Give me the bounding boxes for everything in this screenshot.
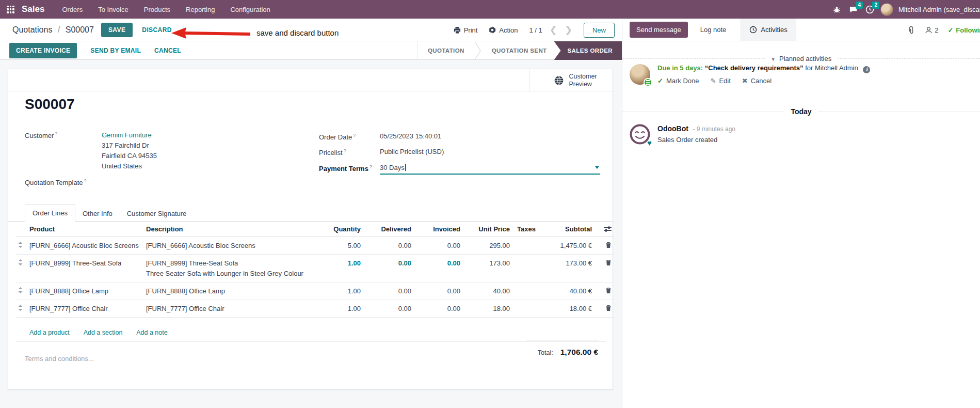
delete-row-icon[interactable]	[605, 305, 612, 311]
dropdown-caret-icon[interactable]	[595, 166, 599, 169]
payment-terms-field[interactable]: 30 Days	[380, 164, 600, 175]
optional-columns-icon[interactable]	[604, 226, 612, 232]
activities-clock-icon[interactable]: 2	[864, 4, 875, 15]
total-value: 1,706.00 €	[560, 348, 598, 357]
pager-value: 1 / 1	[529, 26, 542, 34]
customer-address: 317 Fairchild Dr Fairfield CA 94535 Unit…	[102, 142, 157, 170]
drag-handle-icon[interactable]	[18, 305, 23, 311]
tab-other-info[interactable]: Other Info	[75, 206, 120, 222]
stage-quotation-sent[interactable]: QUOTATION SENT	[481, 41, 557, 60]
apps-grid-icon[interactable]	[7, 6, 14, 13]
create-invoice-button[interactable]: CREATE INVOICE	[9, 43, 77, 58]
breadcrumb-quotations[interactable]: Quotations	[12, 25, 52, 34]
menu-orders[interactable]: Orders	[62, 6, 83, 13]
activity-due: Due in 5 days:	[657, 64, 703, 72]
cell-taxes	[512, 255, 548, 283]
user-avatar[interactable]	[880, 3, 893, 16]
info-icon[interactable]: i	[863, 66, 870, 73]
col-description[interactable]: Description	[144, 222, 319, 237]
activities-button[interactable]: Activities	[741, 19, 796, 41]
pager-previous[interactable]: ❮	[550, 25, 557, 35]
form-view-background: CustomerPreview S00007 Customer? Gemini …	[0, 60, 622, 408]
debug-bug-icon[interactable]	[831, 4, 842, 15]
send-message-button[interactable]: Send message	[630, 22, 688, 38]
attachment-paperclip-icon[interactable]	[907, 26, 915, 35]
tab-order-lines[interactable]: Order Lines	[25, 205, 75, 222]
x-icon: ✖	[742, 77, 748, 85]
drag-handle-icon[interactable]	[18, 259, 23, 265]
delete-row-icon[interactable]	[605, 259, 612, 266]
col-product[interactable]: Product	[27, 222, 144, 237]
clock-icon	[749, 26, 757, 34]
payment-terms-label: Payment Terms?	[319, 164, 380, 172]
drag-handle-icon[interactable]	[18, 242, 23, 248]
menu-configuration[interactable]: Configuration	[230, 6, 270, 13]
send-by-email-button[interactable]: SEND BY EMAIL	[90, 47, 141, 54]
delete-row-icon[interactable]	[605, 242, 612, 248]
form-sheet: CustomerPreview S00007 Customer? Gemini …	[8, 69, 613, 390]
save-button[interactable]: SAVE	[101, 23, 133, 37]
cell-invoiced: 0.00	[413, 283, 462, 300]
cell-delivered: 0.00	[363, 237, 413, 255]
stage-separator-icon	[475, 42, 481, 59]
smart-button-box: CustomerPreview	[8, 69, 613, 91]
menu-products[interactable]: Products	[144, 6, 170, 13]
order-line-row[interactable]: [FURN_7777] Office Chair [FURN_7777] Off…	[16, 300, 614, 318]
cell-subtotal: 40.00 €	[548, 283, 594, 300]
cell-invoiced: 0.00	[413, 255, 462, 283]
pager-next[interactable]: ❯	[565, 25, 572, 35]
order-line-row[interactable]: [FURN_6666] Acoustic Bloc Screens [FURN_…	[16, 237, 614, 255]
menu-reporting[interactable]: Reporting	[186, 6, 215, 13]
globe-icon	[554, 75, 564, 86]
cell-description: [FURN_6666] Acoustic Bloc Screens	[144, 237, 319, 255]
customer-link[interactable]: Gemini Furniture	[102, 131, 157, 139]
follower-person-icon	[925, 26, 933, 34]
col-subtotal[interactable]: Subtotal	[548, 222, 594, 237]
following-button[interactable]: ✓ Following	[947, 26, 980, 34]
order-reference-title: S00007	[25, 96, 75, 113]
annotation-label: save and discard button	[256, 28, 339, 37]
new-button[interactable]: New	[584, 23, 615, 38]
drag-handle-icon[interactable]	[18, 287, 23, 293]
planned-activities-divider[interactable]: ▼ Planned activities	[622, 55, 980, 62]
col-invoiced[interactable]: Invoiced	[413, 222, 462, 237]
stage-quotation[interactable]: QUOTATION	[417, 41, 475, 60]
order-line-row[interactable]: [FURN_8888] Office Lamp [FURN_8888] Offi…	[16, 283, 614, 300]
cell-subtotal: 173.00 €	[548, 255, 594, 283]
print-button[interactable]: Print	[454, 26, 478, 34]
messages-icon[interactable]: 4	[847, 4, 859, 15]
col-quantity[interactable]: Quantity	[319, 222, 363, 237]
pricelist-field[interactable]: Public Pricelist (USD)	[380, 148, 444, 155]
add-a-note-link[interactable]: Add a note	[136, 329, 167, 336]
cancel-button[interactable]: CANCEL	[154, 47, 181, 54]
stage-sales-order[interactable]: SALES ORDER	[554, 41, 622, 60]
edit-activity-button[interactable]: ✎Edit	[710, 77, 730, 85]
followers-button[interactable]: 2	[925, 26, 938, 34]
tab-customer-signature[interactable]: Customer Signature	[120, 206, 194, 222]
app-name[interactable]: Sales	[22, 4, 44, 14]
breadcrumb: Quotations / S00007	[12, 25, 94, 35]
activity-summary: “Check delivery requirements”	[705, 64, 804, 72]
message-author[interactable]: OdooBot	[657, 124, 688, 133]
mark-done-button[interactable]: ✓Mark Done	[657, 77, 699, 85]
order-date-field[interactable]: 05/25/2023 15:40:01	[380, 132, 441, 140]
add-a-product-link[interactable]: Add a product	[29, 329, 70, 336]
delete-row-icon[interactable]	[605, 287, 612, 294]
log-note-button[interactable]: Log note	[700, 26, 727, 34]
stage-widget: QUOTATION QUOTATION SENT SALES ORDER	[417, 41, 622, 60]
terms-and-conditions-placeholder[interactable]: Terms and conditions...	[25, 355, 94, 363]
activity-avatar[interactable]	[630, 64, 650, 85]
col-taxes[interactable]: Taxes	[512, 222, 548, 237]
menu-to-invoice[interactable]: To Invoice	[98, 6, 128, 13]
customer-preview-button[interactable]: CustomerPreview	[538, 69, 613, 91]
messages-badge: 4	[856, 2, 863, 9]
user-menu[interactable]: Mitchell Admin (save_discar	[898, 6, 980, 13]
cell-quantity: 1.00	[319, 300, 363, 318]
col-delivered[interactable]: Delivered	[363, 222, 413, 237]
odoobot-avatar[interactable]: ♥	[630, 124, 650, 145]
add-a-section-link[interactable]: Add a section	[84, 329, 123, 336]
action-button[interactable]: Action	[489, 26, 518, 34]
col-unit-price[interactable]: Unit Price	[462, 222, 512, 237]
order-line-row[interactable]: [FURN_8999] Three-Seat Sofa [FURN_8999] …	[16, 255, 614, 283]
cancel-activity-button[interactable]: ✖Cancel	[742, 77, 772, 85]
